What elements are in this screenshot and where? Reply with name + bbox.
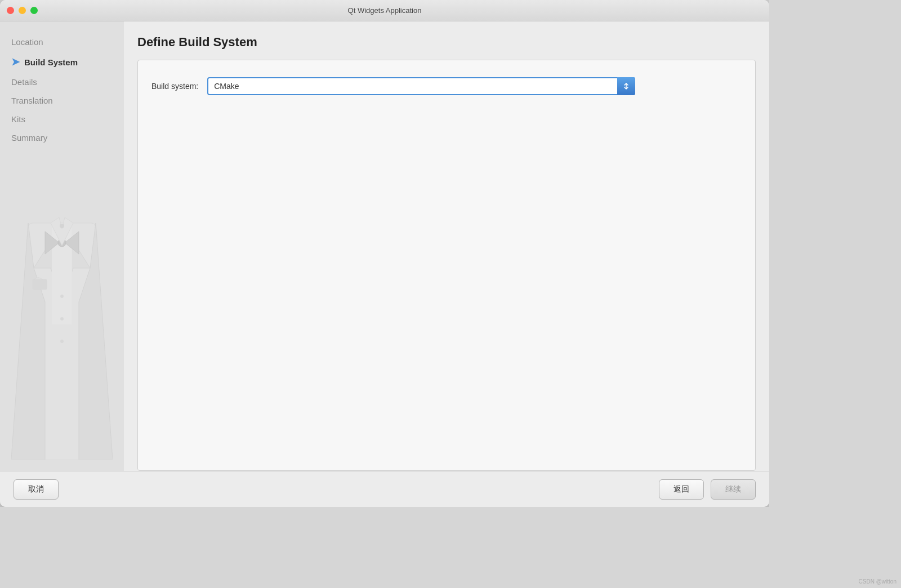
minimize-button[interactable] bbox=[19, 7, 26, 14]
back-button[interactable]: 返回 bbox=[659, 479, 704, 500]
sidebar-item-location[interactable]: Location bbox=[0, 33, 124, 51]
svg-rect-6 bbox=[33, 279, 47, 289]
sidebar-item-details-label: Details bbox=[11, 77, 37, 87]
sidebar: Location ➤ Build System Details Translat… bbox=[0, 21, 124, 471]
nav-buttons: 返回 继续 bbox=[659, 479, 756, 500]
svg-point-7 bbox=[60, 224, 64, 228]
sidebar-item-translation[interactable]: Translation bbox=[0, 91, 124, 110]
sidebar-item-summary[interactable]: Summary bbox=[0, 128, 124, 147]
sidebar-item-build-system[interactable]: ➤ Build System bbox=[0, 51, 124, 73]
main-content: Location ➤ Build System Details Translat… bbox=[0, 21, 769, 471]
sidebar-item-build-system-label: Build System bbox=[24, 57, 78, 67]
sidebar-item-summary-label: Summary bbox=[11, 133, 47, 142]
bottom-bar: 取消 返回 继续 bbox=[0, 471, 769, 507]
build-system-select[interactable]: CMake qmake Qbs bbox=[207, 77, 635, 95]
sidebar-item-translation-label: Translation bbox=[11, 96, 53, 105]
panel-title: Define Build System bbox=[137, 35, 756, 50]
sidebar-nav: Location ➤ Build System Details Translat… bbox=[0, 21, 124, 158]
sidebar-item-location-label: Location bbox=[11, 37, 43, 47]
window-title: Qt Widgets Application bbox=[348, 6, 422, 15]
sidebar-item-kits[interactable]: Kits bbox=[0, 110, 124, 128]
tuxedo-illustration bbox=[11, 133, 113, 460]
right-panel: Define Build System Build system: CMake … bbox=[124, 21, 769, 471]
app-window: Qt Widgets Application bbox=[0, 0, 769, 507]
maximize-button[interactable] bbox=[30, 7, 38, 14]
window-controls bbox=[7, 7, 38, 14]
build-system-select-wrapper: CMake qmake Qbs bbox=[207, 77, 635, 95]
sidebar-item-kits-label: Kits bbox=[11, 114, 25, 124]
svg-point-2 bbox=[60, 295, 64, 298]
svg-point-4 bbox=[60, 340, 64, 343]
next-button[interactable]: 继续 bbox=[711, 479, 756, 500]
panel-body: Build system: CMake qmake Qbs bbox=[137, 60, 756, 471]
sidebar-item-details[interactable]: Details bbox=[0, 73, 124, 91]
build-system-form-row: Build system: CMake qmake Qbs bbox=[151, 77, 742, 95]
close-button[interactable] bbox=[7, 7, 14, 14]
cancel-button[interactable]: 取消 bbox=[14, 479, 59, 500]
current-arrow-icon: ➤ bbox=[11, 56, 20, 68]
titlebar: Qt Widgets Application bbox=[0, 0, 769, 21]
build-system-label: Build system: bbox=[151, 82, 198, 91]
svg-point-3 bbox=[60, 317, 64, 320]
